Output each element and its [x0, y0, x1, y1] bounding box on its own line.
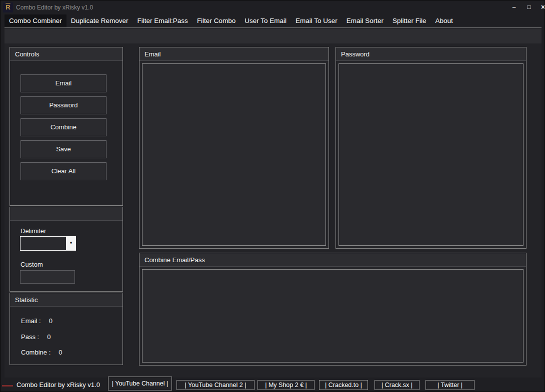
stat-pass-row: Pass :0: [21, 333, 50, 341]
tab-user-to-email[interactable]: User To Email: [240, 14, 291, 27]
tab-filter-email-pass[interactable]: Filter Email:Pass: [133, 14, 192, 27]
stat-email-value: 0: [49, 317, 52, 325]
tab-filter-combo[interactable]: Filter Combo: [192, 14, 240, 27]
delimiter-groupbox: Delimiter ▾ Custom: [10, 207, 123, 292]
combine-button[interactable]: Combine: [20, 118, 106, 136]
chevron-down-icon[interactable]: ▾: [66, 236, 76, 251]
save-button[interactable]: Save: [20, 140, 106, 158]
custom-label: Custom: [20, 261, 43, 268]
stat-combine-row: Combine :0: [21, 349, 62, 356]
combine-groupbox: Combine Email/Pass: [139, 253, 526, 366]
status-dash-icon: [2, 385, 13, 387]
tab-bar: Combo Combiner Duplicate Remover Filter …: [4, 14, 458, 27]
tab-duplicate-remover[interactable]: Duplicate Remover: [66, 14, 133, 27]
tab-email-sorter[interactable]: Email Sorter: [342, 14, 388, 27]
delimiter-dropdown[interactable]: ▾: [20, 236, 76, 251]
statistic-groupbox-title: Statistic: [10, 293, 122, 307]
app-window: R Combo Editor by xRisky v1.0 – □ × Comb…: [0, 0, 545, 392]
window-title: Combo Editor by xRisky v1.0: [16, 0, 93, 14]
email-textarea[interactable]: [142, 63, 326, 246]
my-shop-link[interactable]: | My Shop 2 € |: [258, 380, 314, 390]
youtube-channel-link[interactable]: | YouTube Channel |: [108, 377, 172, 391]
stat-email-label: Email :: [21, 317, 41, 325]
crack-sx-link[interactable]: | Crack.sx |: [374, 380, 420, 390]
tab-combo-combiner[interactable]: Combo Combiner: [4, 14, 66, 27]
statistic-groupbox: Statistic Email :0 Pass :0 Combine :0: [10, 293, 123, 365]
status-bar: Combo Editor by xRisky v1.0 | YouTube Ch…: [0, 378, 544, 392]
top-strip: [4, 28, 542, 43]
controls-groupbox-title: Controls: [10, 47, 122, 61]
stat-email-row: Email :0: [21, 317, 52, 325]
delimiter-dropdown-value: [20, 237, 66, 250]
password-button[interactable]: Password: [20, 96, 106, 114]
twitter-link[interactable]: | Twitter |: [426, 380, 474, 390]
stat-pass-value: 0: [47, 333, 50, 341]
custom-delimiter-input[interactable]: [20, 270, 75, 284]
app-icon: R: [3, 2, 13, 12]
clear-all-button[interactable]: Clear All: [20, 162, 106, 180]
combine-groupbox-title: Combine Email/Pass: [140, 253, 526, 267]
password-groupbox-title: Password: [336, 47, 526, 61]
delimiter-label: Delimiter: [20, 227, 46, 235]
maximize-button[interactable]: □: [522, 0, 536, 14]
tab-about[interactable]: About: [431, 14, 458, 27]
email-groupbox-title: Email: [140, 47, 328, 61]
controls-groupbox: Controls Email Password Combine Save Cle…: [10, 47, 123, 206]
combine-textarea[interactable]: [142, 269, 524, 363]
stat-combine-label: Combine :: [21, 349, 50, 356]
password-textarea[interactable]: [338, 63, 524, 246]
stat-pass-label: Pass :: [21, 333, 39, 341]
title-bar: R Combo Editor by xRisky v1.0 – □ ×: [0, 0, 544, 14]
close-button[interactable]: ×: [536, 0, 545, 14]
minimize-button[interactable]: –: [508, 0, 520, 14]
youtube-channel-2-link[interactable]: | YouTube Channel 2 |: [176, 380, 254, 390]
tab-email-to-user[interactable]: Email To User: [291, 14, 342, 27]
cracked-to-link[interactable]: | Cracked.to |: [319, 380, 368, 390]
email-groupbox: Email: [139, 47, 329, 249]
email-button[interactable]: Email: [20, 74, 106, 92]
delimiter-groupbox-header: [10, 207, 122, 221]
stat-combine-value: 0: [58, 349, 62, 356]
status-bar-text: Combo Editor by xRisky v1.0: [16, 378, 100, 392]
tab-splitter-file[interactable]: Splitter File: [388, 14, 431, 27]
password-groupbox: Password: [336, 47, 526, 249]
